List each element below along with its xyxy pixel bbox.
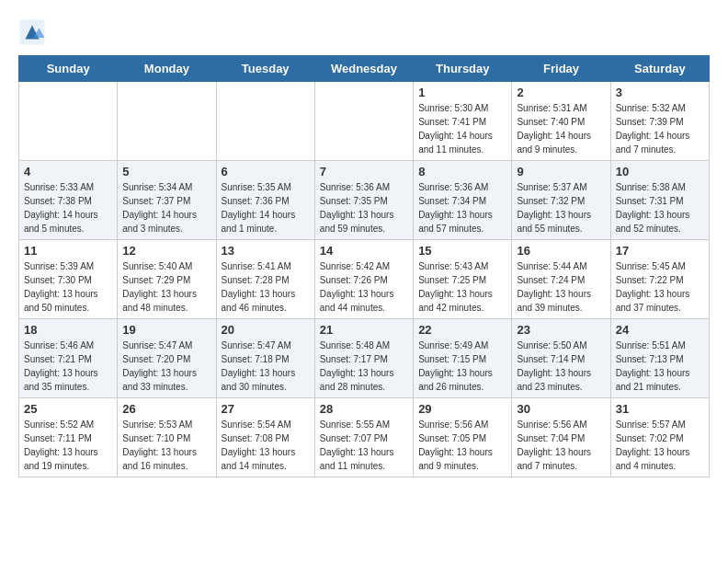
day-info: Sunrise: 5:40 AMSunset: 7:29 PMDaylight:… <box>122 259 210 315</box>
day-number: 1 <box>418 86 506 99</box>
day-number: 29 <box>418 402 506 416</box>
calendar-cell: 30Sunrise: 5:56 AMSunset: 7:04 PMDayligh… <box>512 398 610 477</box>
calendar-header-row: SundayMondayTuesdayWednesdayThursdayFrid… <box>19 56 710 82</box>
day-number: 8 <box>418 165 506 178</box>
col-header-sunday: Sunday <box>19 56 118 82</box>
day-number: 17 <box>616 244 704 258</box>
calendar-cell: 22Sunrise: 5:49 AMSunset: 7:15 PMDayligh… <box>414 319 512 398</box>
calendar-cell: 24Sunrise: 5:51 AMSunset: 7:13 PMDayligh… <box>610 319 709 398</box>
col-header-friday: Friday <box>512 56 610 82</box>
day-number: 28 <box>320 402 408 416</box>
calendar-cell: 27Sunrise: 5:54 AMSunset: 7:08 PMDayligh… <box>216 398 314 477</box>
day-info: Sunrise: 5:47 AMSunset: 7:18 PMDaylight:… <box>222 339 310 394</box>
day-info: Sunrise: 5:46 AMSunset: 7:21 PMDaylight:… <box>24 339 112 394</box>
day-info: Sunrise: 5:36 AMSunset: 7:35 PMDaylight:… <box>320 180 408 236</box>
day-info: Sunrise: 5:37 AMSunset: 7:32 PMDaylight:… <box>517 180 605 236</box>
day-info: Sunrise: 5:50 AMSunset: 7:14 PMDaylight:… <box>517 339 605 394</box>
col-header-wednesday: Wednesday <box>314 56 413 82</box>
day-info: Sunrise: 5:57 AMSunset: 7:02 PMDaylight:… <box>616 418 704 473</box>
calendar-cell: 16Sunrise: 5:44 AMSunset: 7:24 PMDayligh… <box>512 240 610 319</box>
calendar-cell: 31Sunrise: 5:57 AMSunset: 7:02 PMDayligh… <box>610 398 709 477</box>
day-info: Sunrise: 5:34 AMSunset: 7:37 PMDaylight:… <box>122 180 210 236</box>
calendar-cell: 20Sunrise: 5:47 AMSunset: 7:18 PMDayligh… <box>216 319 314 398</box>
calendar-table: SundayMondayTuesdayWednesdayThursdayFrid… <box>18 55 710 477</box>
calendar-cell: 5Sunrise: 5:34 AMSunset: 7:37 PMDaylight… <box>118 161 216 240</box>
calendar-cell <box>314 82 413 161</box>
calendar-cell: 2Sunrise: 5:31 AMSunset: 7:40 PMDaylight… <box>512 82 610 161</box>
calendar-cell: 14Sunrise: 5:42 AMSunset: 7:26 PMDayligh… <box>314 240 413 319</box>
day-info: Sunrise: 5:38 AMSunset: 7:31 PMDaylight:… <box>616 180 704 236</box>
page-header <box>18 18 710 46</box>
calendar-cell: 10Sunrise: 5:38 AMSunset: 7:31 PMDayligh… <box>610 161 709 240</box>
calendar-cell: 28Sunrise: 5:55 AMSunset: 7:07 PMDayligh… <box>314 398 413 477</box>
calendar-cell: 21Sunrise: 5:48 AMSunset: 7:17 PMDayligh… <box>314 319 413 398</box>
day-info: Sunrise: 5:47 AMSunset: 7:20 PMDaylight:… <box>122 339 210 394</box>
day-number: 15 <box>418 244 506 258</box>
calendar-cell: 3Sunrise: 5:32 AMSunset: 7:39 PMDaylight… <box>610 82 709 161</box>
day-number: 24 <box>616 323 704 337</box>
day-number: 12 <box>122 244 210 258</box>
day-info: Sunrise: 5:52 AMSunset: 7:11 PMDaylight:… <box>24 418 112 473</box>
day-number: 4 <box>24 165 112 178</box>
day-info: Sunrise: 5:32 AMSunset: 7:39 PMDaylight:… <box>616 101 704 156</box>
day-number: 31 <box>616 402 704 416</box>
day-info: Sunrise: 5:30 AMSunset: 7:41 PMDaylight:… <box>418 101 506 156</box>
day-number: 20 <box>222 323 310 337</box>
day-number: 21 <box>320 323 408 337</box>
day-info: Sunrise: 5:33 AMSunset: 7:38 PMDaylight:… <box>24 180 112 236</box>
calendar-cell: 1Sunrise: 5:30 AMSunset: 7:41 PMDaylight… <box>414 82 512 161</box>
day-number: 16 <box>517 244 605 258</box>
day-number: 18 <box>24 323 112 337</box>
day-number: 3 <box>616 86 704 99</box>
calendar-cell <box>216 82 314 161</box>
day-info: Sunrise: 5:43 AMSunset: 7:25 PMDaylight:… <box>418 259 506 315</box>
day-info: Sunrise: 5:39 AMSunset: 7:30 PMDaylight:… <box>24 259 112 315</box>
day-info: Sunrise: 5:45 AMSunset: 7:22 PMDaylight:… <box>616 259 704 315</box>
day-info: Sunrise: 5:56 AMSunset: 7:04 PMDaylight:… <box>517 418 605 473</box>
calendar-cell: 18Sunrise: 5:46 AMSunset: 7:21 PMDayligh… <box>19 319 118 398</box>
day-number: 7 <box>320 165 408 178</box>
day-info: Sunrise: 5:48 AMSunset: 7:17 PMDaylight:… <box>320 339 408 394</box>
col-header-saturday: Saturday <box>610 56 709 82</box>
day-number: 10 <box>616 165 704 178</box>
day-number: 9 <box>517 165 605 178</box>
day-info: Sunrise: 5:35 AMSunset: 7:36 PMDaylight:… <box>222 180 310 236</box>
calendar-cell: 25Sunrise: 5:52 AMSunset: 7:11 PMDayligh… <box>19 398 118 477</box>
calendar-cell: 17Sunrise: 5:45 AMSunset: 7:22 PMDayligh… <box>610 240 709 319</box>
calendar-week-3: 11Sunrise: 5:39 AMSunset: 7:30 PMDayligh… <box>19 240 710 319</box>
day-number: 14 <box>320 244 408 258</box>
calendar-cell <box>118 82 216 161</box>
day-info: Sunrise: 5:49 AMSunset: 7:15 PMDaylight:… <box>418 339 506 394</box>
logo <box>18 18 50 46</box>
day-number: 30 <box>517 402 605 416</box>
day-number: 23 <box>517 323 605 337</box>
day-info: Sunrise: 5:44 AMSunset: 7:24 PMDaylight:… <box>517 259 605 315</box>
calendar-cell: 23Sunrise: 5:50 AMSunset: 7:14 PMDayligh… <box>512 319 610 398</box>
calendar-cell: 11Sunrise: 5:39 AMSunset: 7:30 PMDayligh… <box>19 240 118 319</box>
day-number: 22 <box>418 323 506 337</box>
day-info: Sunrise: 5:31 AMSunset: 7:40 PMDaylight:… <box>517 101 605 156</box>
logo-icon <box>18 18 46 46</box>
calendar-cell: 19Sunrise: 5:47 AMSunset: 7:20 PMDayligh… <box>118 319 216 398</box>
calendar-cell: 29Sunrise: 5:56 AMSunset: 7:05 PMDayligh… <box>414 398 512 477</box>
calendar-week-4: 18Sunrise: 5:46 AMSunset: 7:21 PMDayligh… <box>19 319 710 398</box>
day-number: 6 <box>222 165 310 178</box>
calendar-cell: 4Sunrise: 5:33 AMSunset: 7:38 PMDaylight… <box>19 161 118 240</box>
calendar-week-1: 1Sunrise: 5:30 AMSunset: 7:41 PMDaylight… <box>19 82 710 161</box>
calendar-week-2: 4Sunrise: 5:33 AMSunset: 7:38 PMDaylight… <box>19 161 710 240</box>
col-header-monday: Monday <box>118 56 216 82</box>
calendar-cell: 15Sunrise: 5:43 AMSunset: 7:25 PMDayligh… <box>414 240 512 319</box>
day-info: Sunrise: 5:55 AMSunset: 7:07 PMDaylight:… <box>320 418 408 473</box>
day-number: 5 <box>122 165 210 178</box>
day-info: Sunrise: 5:53 AMSunset: 7:10 PMDaylight:… <box>122 418 210 473</box>
calendar-cell: 7Sunrise: 5:36 AMSunset: 7:35 PMDaylight… <box>314 161 413 240</box>
calendar-cell: 13Sunrise: 5:41 AMSunset: 7:28 PMDayligh… <box>216 240 314 319</box>
calendar-cell: 12Sunrise: 5:40 AMSunset: 7:29 PMDayligh… <box>118 240 216 319</box>
day-number: 11 <box>24 244 112 258</box>
calendar-cell <box>19 82 118 161</box>
col-header-thursday: Thursday <box>414 56 512 82</box>
col-header-tuesday: Tuesday <box>216 56 314 82</box>
day-number: 2 <box>517 86 605 99</box>
day-info: Sunrise: 5:36 AMSunset: 7:34 PMDaylight:… <box>418 180 506 236</box>
calendar-cell: 8Sunrise: 5:36 AMSunset: 7:34 PMDaylight… <box>414 161 512 240</box>
